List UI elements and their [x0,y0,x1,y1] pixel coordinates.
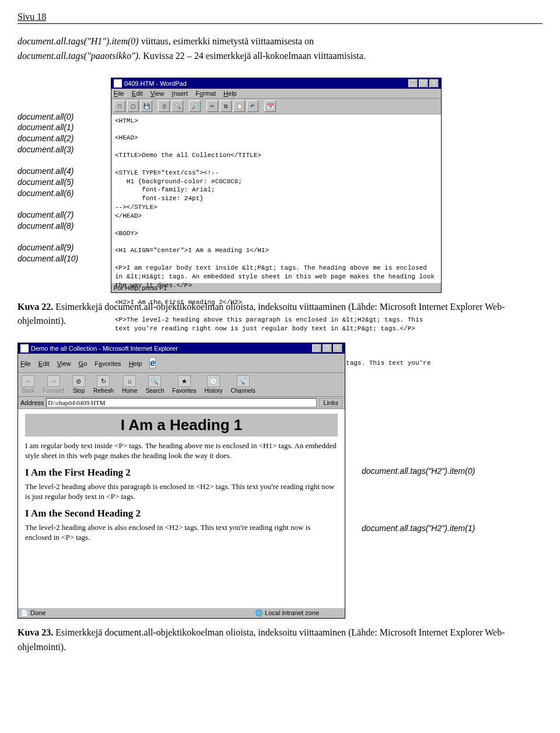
ie-menubar[interactable]: File Edit View Go Favorites Help e [18,354,345,373]
save-icon[interactable]: 💾 [141,100,152,112]
menubar[interactable]: File Edit View Insert Format Help [111,89,441,99]
label: document.all(8) [18,221,111,232]
copy-icon[interactable]: ⧉ [220,100,232,112]
content-p2: The level-2 heading above this paragraph… [25,482,338,502]
menu-view[interactable]: View [57,360,71,367]
annotation-h2-0: document.all.tags("H2").item(0) [362,466,475,476]
menu-file[interactable]: File [114,90,124,97]
code-ref-1: document.all.tags("H1").item(0) [18,36,139,46]
window-title: 0409.HTM - WordPad [124,80,187,87]
status-zone: 🌐 Local intranet zone [255,609,319,617]
figure-23-caption: Kuva 23. Esimerkkejä document.all-objekt… [18,626,542,655]
intro-paragraph: document.all.tags("H1").item(0) viittaus… [18,34,542,64]
history-button[interactable]: 🕓History [204,375,222,394]
code-ref-2: document.all.tags("paaotsikko"). [18,51,141,61]
page-header: Sivu 18 [18,12,542,24]
minimize-button[interactable]: _ [408,79,418,88]
ie-title: Demo the all Collection - Microsoft Inte… [31,345,178,352]
side-annotations: document.all.tags("H2").item(0) document… [345,343,475,581]
refresh-button[interactable]: ↻Refresh [93,375,114,394]
content-p3: The level-2 heading above is also enclos… [25,523,338,543]
minimize-button[interactable]: _ [312,344,321,352]
content-p1: I am regular body text inside <P> tags. … [25,441,338,461]
menu-format[interactable]: Format [195,90,216,97]
statusbar: For Help, press F1 [111,282,441,292]
preview-icon[interactable]: 🔍 [172,100,183,112]
ie-window: Demo the all Collection - Microsoft Inte… [18,343,345,619]
menu-help[interactable]: Help [129,360,142,367]
back-button[interactable]: ⇦Back [22,375,34,394]
wordpad-window: 0409.HTM - WordPad _ □ × File Edit View … [111,78,442,293]
rendered-page: I Am a Heading 1 I am regular body text … [18,409,345,608]
date-icon[interactable]: 📅 [264,100,276,112]
label: document.all(6) [18,188,111,199]
new-icon[interactable]: □ [114,100,125,112]
label: document.all(2) [18,133,111,144]
code-area[interactable]: <HTML> <HEAD> <TITLE>Demo the all Collec… [111,114,441,282]
menu-view[interactable]: View [150,90,164,97]
label: document.all(7) [18,210,111,221]
home-button[interactable]: ⌂Home [122,375,138,394]
label: document.all(0) [18,111,111,123]
content-h2b: I Am the Second Heading 2 [25,508,338,519]
address-input[interactable] [46,398,317,407]
menu-favorites[interactable]: Favorites [94,360,121,367]
menu-edit[interactable]: Edit [132,90,143,97]
content-h1: I Am a Heading 1 [25,414,338,437]
maximize-button[interactable]: □ [323,344,332,352]
menu-insert[interactable]: Insert [172,90,188,97]
close-button[interactable]: × [429,79,439,88]
find-icon[interactable]: 🔎 [189,100,201,112]
label: document.all(10) [18,253,111,264]
label: document.all(4) [18,166,111,177]
figure-23: Demo the all Collection - Microsoft Inte… [18,343,542,619]
ie-app-icon [20,344,29,352]
address-bar: Address Links [18,397,345,409]
address-label: Address [20,399,44,406]
toolbar: □ ▢ 💾 ⎙ 🔍 🔎 ✂ ⧉ 📋 ↶ 📅 [111,99,441,114]
favorites-button[interactable]: ★Favorites [172,375,196,394]
label: document.all(3) [18,144,111,155]
status-done: 📄 Done [20,609,46,617]
label: document.all(9) [18,242,111,253]
menu-help[interactable]: Help [223,90,237,97]
paste-icon[interactable]: 📋 [233,100,245,112]
ie-toolbar: ⇦Back ⇨Forward ⊘Stop ↻Refresh ⌂Home 🔍Sea… [18,373,345,397]
menu-edit[interactable]: Edit [38,360,50,367]
links-button[interactable]: Links [319,398,342,407]
close-button[interactable]: × [333,344,342,352]
ie-statusbar: 📄 Done 🌐 Local intranet zone [18,608,345,618]
open-icon[interactable]: ▢ [127,100,139,112]
cut-icon[interactable]: ✂ [206,100,218,112]
content-h2a: I Am the First Heading 2 [25,467,338,479]
label: document.all(5) [18,177,111,188]
label: document.all(1) [18,122,111,133]
annotation-h2-1: document.all.tags("H2").item(1) [362,523,475,533]
search-button[interactable]: 🔍Search [146,375,164,394]
menu-file[interactable]: File [20,360,31,367]
menu-go[interactable]: Go [79,360,88,367]
undo-icon[interactable]: ↶ [247,100,258,112]
titlebar[interactable]: 0409.HTM - WordPad _ □ × [111,78,441,89]
figure-22: document.all(0) document.all(1) document… [18,78,542,293]
maximize-button[interactable]: □ [419,79,428,88]
stop-button[interactable]: ⊘Stop [72,375,85,394]
app-icon [114,79,122,88]
channels-button[interactable]: 📡Channels [231,375,256,394]
print-icon[interactable]: ⎙ [158,100,170,112]
ie-logo-icon: e [149,357,156,368]
forward-button[interactable]: ⇨Forward [43,375,64,394]
index-labels: document.all(0) document.all(1) document… [18,78,111,275]
ie-titlebar[interactable]: Demo the all Collection - Microsoft Inte… [18,343,345,354]
